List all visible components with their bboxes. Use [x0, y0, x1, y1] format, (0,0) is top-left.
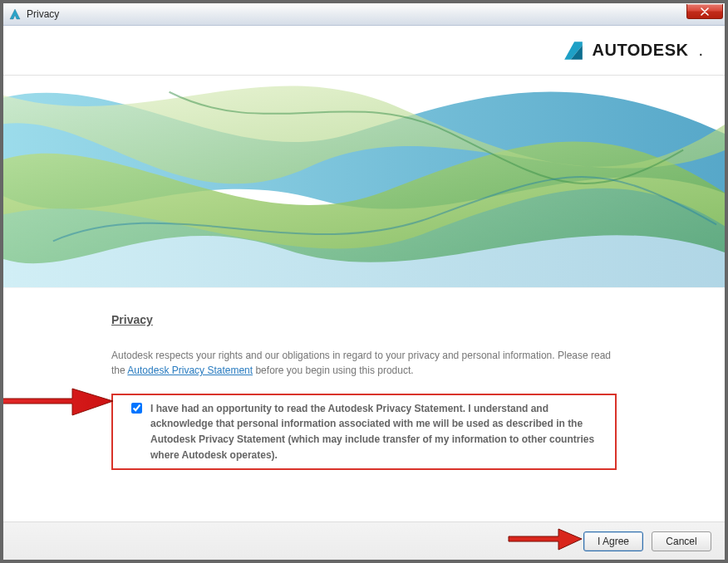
brand-dot: . [698, 41, 703, 60]
consent-text: I have had an opportunity to read the Au… [150, 401, 608, 463]
annotation-arrow-agree [505, 523, 585, 556]
brand-header: AUTODESK. [3, 26, 725, 76]
close-icon [701, 7, 709, 16]
content-frame: AUTODESK. [3, 26, 725, 560]
hero-graphic [3, 76, 725, 287]
titlebar: Privacy [3, 3, 725, 26]
hero-banner [3, 76, 725, 288]
brand-logo: AUTODESK. [563, 40, 703, 61]
privacy-statement-link[interactable]: Autodesk Privacy Statement [127, 365, 253, 376]
body-area: Privacy Autodesk respects your rights an… [3, 288, 725, 470]
consent-checkbox[interactable] [131, 403, 142, 414]
window-title: Privacy [27, 8, 59, 20]
annotation-arrow-checkbox [0, 374, 118, 432]
intro-after: before you begin using this product. [253, 365, 413, 376]
autodesk-icon [8, 7, 22, 21]
intro-paragraph: Autodesk respects your rights and our ob… [111, 348, 617, 379]
brand-name: AUTODESK [593, 41, 689, 60]
agree-button[interactable]: I Agree [583, 531, 643, 551]
footer-bar: I Agree Cancel [3, 521, 725, 560]
close-button[interactable] [686, 4, 723, 19]
cancel-button[interactable]: Cancel [652, 531, 711, 551]
consent-block: I have had an opportunity to read the Au… [111, 394, 617, 470]
section-title: Privacy [111, 311, 617, 330]
autodesk-logo-icon [563, 40, 584, 61]
